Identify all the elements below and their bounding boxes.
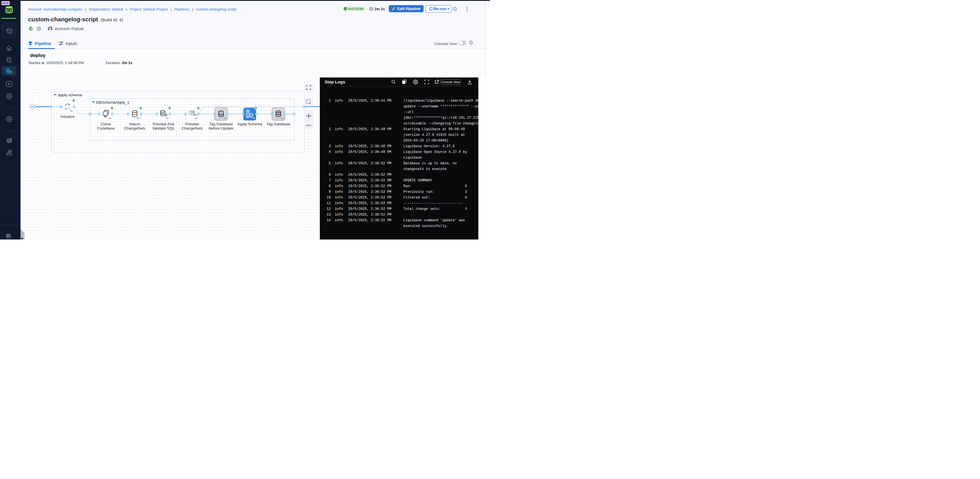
svg-text:</>: </> (194, 117, 197, 119)
svg-text:</>: </> (193, 113, 196, 116)
svg-text:</>: </> (281, 117, 284, 119)
svg-text:</>: </> (70, 110, 73, 112)
svg-text:</>: </> (223, 117, 226, 119)
svg-text:</>: </> (137, 117, 140, 119)
svg-text:</>: </> (252, 117, 255, 119)
svg-text:?: ? (7, 234, 8, 237)
svg-text:</>: </> (108, 117, 111, 119)
svg-text:</>: </> (166, 117, 169, 119)
